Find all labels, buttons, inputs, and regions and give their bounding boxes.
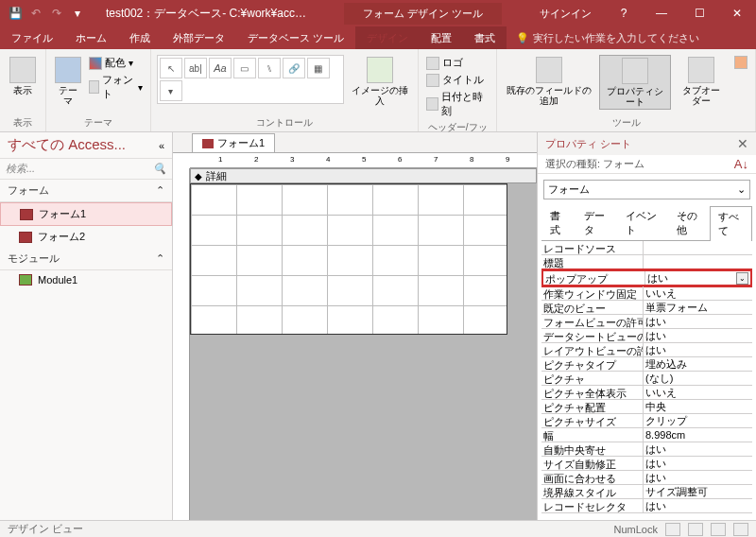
tab-icon[interactable]: ⑊ — [258, 58, 281, 78]
tab-design[interactable]: デザイン — [355, 26, 420, 49]
property-value[interactable]: はい — [644, 329, 752, 342]
property-row[interactable]: レコードソース — [541, 241, 752, 255]
property-value[interactable]: 8.998cm — [644, 428, 752, 442]
nav-collapse-icon[interactable]: « — [159, 140, 164, 151]
fonts-button[interactable]: フォント▾ — [87, 72, 145, 102]
ps-tab-data[interactable]: データ — [576, 205, 618, 240]
signin-link[interactable]: サインイン — [540, 7, 592, 21]
property-value[interactable]: はい — [644, 343, 752, 356]
nav-search-input[interactable]: 検索...🔍 — [0, 159, 172, 180]
insert-image-button[interactable]: イメージの挿入 — [348, 55, 412, 108]
textbox-icon[interactable]: ab| — [184, 58, 207, 78]
property-grid[interactable]: レコードソース標題ポップアップはい⌄作業ウィンドウ固定いいえ既定のビュー単票フォ… — [541, 241, 752, 520]
property-row[interactable]: レイアウトビューの許可はい — [541, 343, 752, 357]
tab-order-button[interactable]: タブオーダー — [675, 55, 729, 108]
tab-dbtools[interactable]: データベース ツール — [236, 26, 355, 49]
property-value[interactable]: はい — [644, 457, 752, 470]
property-value[interactable] — [644, 241, 752, 254]
view-datasheet-icon[interactable] — [688, 523, 703, 536]
property-value[interactable]: (なし) — [644, 372, 752, 385]
redo-icon[interactable]: ↷ — [47, 4, 66, 23]
property-row[interactable]: 標題 — [541, 255, 752, 269]
view-design-icon[interactable] — [733, 523, 748, 536]
title-button[interactable]: タイトル — [424, 72, 491, 88]
add-fields-button[interactable]: 既存のフィールドの追加 — [503, 55, 595, 108]
save-icon[interactable]: 💾 — [6, 4, 25, 23]
view-button[interactable]: 表示 — [6, 55, 40, 97]
qat-customize-icon[interactable]: ▾ — [68, 4, 87, 23]
property-value[interactable]: 単票フォーム — [644, 301, 752, 314]
nav-icon[interactable]: ▦ — [307, 58, 330, 78]
nav-group-modules[interactable]: モジュール⌃ — [0, 248, 172, 270]
maximize-icon[interactable]: ☐ — [680, 0, 718, 26]
property-value[interactable] — [644, 255, 752, 268]
nav-title[interactable]: すべての Access... — [8, 136, 126, 154]
property-value[interactable]: はい — [644, 315, 752, 328]
view-form-icon[interactable] — [665, 523, 680, 536]
tab-external[interactable]: 外部データ — [162, 26, 236, 49]
property-row[interactable]: ピクチャ配置中央 — [541, 400, 752, 414]
property-value[interactable]: 埋め込み — [644, 357, 752, 371]
tell-me-search[interactable]: 💡 実行したい作業を入力してください — [507, 26, 756, 49]
property-value[interactable]: サイズ調整可 — [644, 485, 752, 498]
property-row[interactable]: ポップアップはい⌄ — [541, 268, 752, 287]
button-icon[interactable]: ▭ — [233, 58, 256, 78]
controls-gallery[interactable]: ↖ ab| Aa ▭ ⑊ 🔗 ▦ ▾ — [157, 55, 344, 104]
link-icon[interactable]: 🔗 — [283, 58, 305, 78]
nav-item-module1[interactable]: Module1 — [0, 270, 172, 289]
property-row[interactable]: 自動中央寄せはい — [541, 442, 752, 457]
datetime-button[interactable]: 日付と時刻 — [424, 89, 491, 119]
tools-misc-icon[interactable] — [732, 55, 749, 70]
property-row[interactable]: 境界線スタイルサイズ調整可 — [541, 485, 752, 499]
nav-item-form2[interactable]: フォーム2 — [0, 226, 172, 248]
form-detail-grid[interactable] — [190, 183, 507, 335]
tab-home[interactable]: ホーム — [64, 26, 118, 49]
property-value[interactable]: クリップ — [644, 414, 752, 427]
view-layout-icon[interactable] — [711, 523, 726, 536]
nav-item-form1[interactable]: フォーム1 — [0, 202, 172, 226]
help-icon[interactable]: ? — [605, 0, 643, 26]
pointer-icon[interactable]: ↖ — [160, 58, 182, 78]
property-row[interactable]: サイズ自動修正はい — [541, 457, 752, 471]
ps-tab-event[interactable]: イベント — [617, 205, 667, 240]
property-row[interactable]: 画面に合わせるはい — [541, 471, 752, 485]
detail-section-header[interactable]: ◆詳細 — [190, 168, 537, 183]
property-row[interactable]: フォームビューの許可はい — [541, 315, 752, 329]
property-value[interactable]: いいえ — [644, 386, 752, 399]
propsheet-close-icon[interactable]: ✕ — [737, 136, 748, 151]
property-value[interactable]: 中央 — [644, 400, 752, 413]
property-row[interactable]: ピクチャ(なし) — [541, 372, 752, 386]
more-icon[interactable]: ▾ — [160, 80, 182, 101]
undo-icon[interactable]: ↶ — [26, 4, 45, 23]
ps-tab-all[interactable]: すべて — [710, 206, 752, 241]
label-icon[interactable]: Aa — [209, 58, 232, 78]
property-row[interactable]: ピクチャタイプ埋め込み — [541, 357, 752, 372]
property-value[interactable]: はい — [644, 442, 752, 456]
property-row[interactable]: ピクチャ全体表示いいえ — [541, 386, 752, 400]
tab-file[interactable]: ファイル — [0, 26, 64, 49]
property-value[interactable]: いいえ — [644, 286, 752, 300]
close-icon[interactable]: ✕ — [718, 0, 756, 26]
sort-icon[interactable]: A↓ — [734, 157, 748, 171]
property-value[interactable]: はい⌄ — [645, 271, 750, 285]
nav-group-forms[interactable]: フォーム⌃ — [0, 180, 172, 202]
property-row[interactable]: ピクチャサイズクリップ — [541, 414, 752, 428]
minimize-icon[interactable]: — — [643, 0, 680, 26]
dropdown-icon[interactable]: ⌄ — [736, 272, 748, 285]
ps-tab-format[interactable]: 書式 — [541, 205, 576, 240]
form-design-canvas[interactable]: 123456789 ◆詳細 — [173, 153, 537, 520]
property-row[interactable]: 既定のビュー単票フォーム — [541, 301, 752, 315]
property-sheet-button[interactable]: プロパティシート — [599, 55, 670, 110]
tab-create[interactable]: 作成 — [118, 26, 162, 49]
property-row[interactable]: データシートビューの許可はい — [541, 329, 752, 343]
tab-format[interactable]: 書式 — [463, 26, 507, 49]
property-row[interactable]: 作業ウィンドウ固定いいえ — [541, 286, 752, 301]
themes-button[interactable]: テーマ — [52, 55, 83, 108]
property-value[interactable]: はい — [644, 499, 752, 512]
ps-tab-other[interactable]: その他 — [668, 205, 711, 240]
tab-arrange[interactable]: 配置 — [420, 26, 463, 49]
colors-button[interactable]: 配色▾ — [87, 55, 145, 71]
property-row[interactable]: レコードセレクタはい — [541, 499, 752, 513]
object-selector-combo[interactable]: フォーム⌄ — [543, 180, 750, 199]
property-row[interactable]: 幅8.998cm — [541, 428, 752, 442]
